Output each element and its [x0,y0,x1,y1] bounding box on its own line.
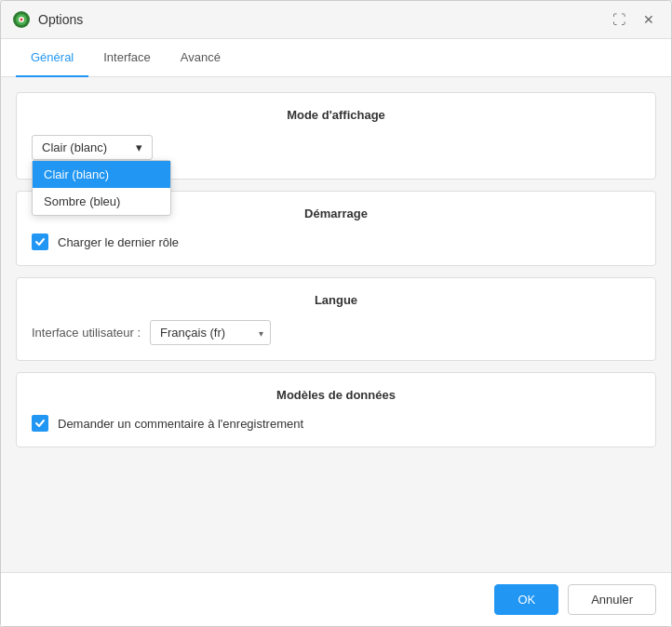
checkmark-icon [34,236,46,247]
main-content: Mode d'affichage Clair (blanc) ▾ Clair (… [1,77,671,572]
titlebar: Options ⛶ ✕ [1,1,671,39]
cancel-button[interactable]: Annuler [568,584,656,615]
close-button[interactable]: ✕ [638,8,660,31]
dropdown-item-sombre[interactable]: Sombre (bleu) [33,188,170,215]
titlebar-left: Options [12,10,83,29]
display-mode-section: Mode d'affichage Clair (blanc) ▾ Clair (… [16,92,656,180]
startup-checkbox[interactable] [32,233,48,250]
display-mode-selected-label: Clair (blanc) [42,140,107,154]
titlebar-controls: ⛶ ✕ [608,8,660,31]
display-mode-dropdown-container: Clair (blanc) ▾ Clair (blanc) Sombre (bl… [32,135,640,160]
language-row: Interface utilisateur : Français (fr) ▾ [32,320,640,345]
data-models-title: Modèles de données [32,388,640,402]
data-models-section: Modèles de données Demander un commentai… [16,372,656,447]
startup-checkbox-label: Charger le dernier rôle [58,235,179,249]
language-dropdown[interactable]: Français (fr) [150,320,271,345]
ok-button[interactable]: OK [494,584,558,615]
display-mode-dropdown-trigger[interactable]: Clair (blanc) ▾ [32,135,153,160]
language-dropdown-wrapper: Français (fr) ▾ [150,320,271,345]
tab-general[interactable]: Général [16,39,88,77]
svg-point-3 [20,19,23,21]
footer: OK Annuler [1,572,671,626]
startup-checkbox-row: Charger le dernier rôle [32,233,640,250]
data-models-checkbox-row: Demander un commentaire à l'enregistreme… [32,415,640,432]
data-models-checkbox-label: Demander un commentaire à l'enregistreme… [58,417,303,431]
display-mode-title: Mode d'affichage [32,108,640,122]
tab-interface[interactable]: Interface [88,39,166,77]
tab-advanced[interactable]: Avancé [166,39,235,77]
data-models-checkbox[interactable] [32,415,48,432]
language-section: Langue Interface utilisateur : Français … [16,277,656,361]
language-title: Langue [32,293,640,307]
dropdown-trigger-arrow: ▾ [136,140,142,154]
window-title: Options [38,12,83,27]
options-window: Options ⛶ ✕ Général Interface Avancé Mod… [0,0,672,627]
display-mode-dropdown-menu: Clair (blanc) Sombre (bleu) [32,160,171,216]
ui-label: Interface utilisateur : [32,326,141,340]
tabs-bar: Général Interface Avancé [1,39,671,77]
dropdown-item-clair[interactable]: Clair (blanc) [33,161,170,188]
checkmark-icon-2 [34,418,46,429]
qgis-icon [12,10,31,29]
maximize-button[interactable]: ⛶ [608,8,630,31]
